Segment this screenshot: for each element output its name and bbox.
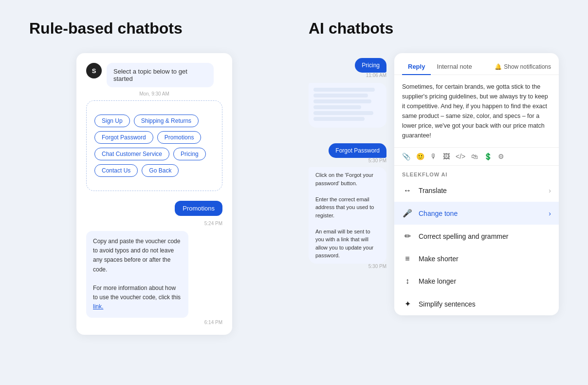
tab-reply[interactable]: Reply — [402, 59, 431, 75]
topic-buttons-section: Sign Up Shipping & Returns Forgot Passwo… — [86, 100, 222, 191]
btn-contact-us[interactable]: Contact Us — [94, 164, 138, 177]
promotions-flow: Promotions 5:24 PM Copy and paste the vo… — [86, 201, 222, 325]
pricing-msg-bubble: Pricing — [355, 58, 386, 73]
greeting-bubble: Select a topic below to get started — [107, 63, 214, 87]
ai-menu-simplify[interactable]: ✦ Simplify sentences — [394, 292, 559, 315]
avatar: S — [86, 63, 102, 78]
bell-icon: 🔔 — [495, 63, 502, 70]
response-link[interactable]: link. — [93, 303, 103, 310]
dollar-icon[interactable]: 💲 — [484, 153, 492, 160]
forgot-msg-bubble: Forgot Password — [329, 143, 386, 158]
make-longer-label: Make longer — [419, 277, 456, 285]
attachment-icon[interactable]: 📎 — [402, 153, 410, 160]
simplify-icon: ✦ — [402, 299, 413, 308]
btn-sign-up[interactable]: Sign Up — [94, 115, 130, 127]
ai-menu-make-shorter[interactable]: ≡ Make shorter — [394, 248, 559, 270]
change-tone-label: Change tone — [419, 210, 458, 217]
agent-response-placeholder — [309, 83, 386, 128]
simplify-label: Simplify sentences — [419, 300, 476, 308]
tab-internal-note[interactable]: Internal note — [431, 59, 478, 75]
forgot-response-time: 5:30 PM — [309, 264, 386, 269]
promo-response-bubble: Copy and paste the voucher code to avoid… — [86, 231, 188, 318]
code-icon[interactable]: </> — [456, 153, 465, 160]
longer-icon: ↕ — [402, 277, 413, 286]
promo-time: 5:24 PM — [204, 221, 222, 226]
left-title: Rule-based chatbots — [29, 19, 183, 38]
bag-icon[interactable]: 🛍 — [471, 153, 478, 160]
correct-spelling-label: Correct spelling and grammer — [419, 232, 508, 240]
edit-icon: ✏ — [402, 231, 413, 241]
translate-chevron: › — [549, 187, 551, 194]
btn-promotions[interactable]: Promotions — [157, 131, 202, 144]
mic-icon[interactable]: 🎙 — [430, 153, 437, 160]
forgot-flow: Forgot Password 5:30 PM Click on the 'Fo… — [309, 143, 386, 269]
ai-section-label: SLEEKFLOW AI — [394, 166, 559, 179]
make-shorter-label: Make shorter — [419, 255, 459, 263]
right-title: AI chatbots — [309, 19, 393, 38]
ai-menu-change-tone[interactable]: 🎤 Change tone › — [394, 202, 559, 225]
response-time: 6:14 PM — [86, 320, 222, 325]
pricing-time: 11:06 AM — [366, 73, 386, 78]
ai-chat-messages: Pricing 11:06 AM Forgot — [309, 53, 386, 315]
forgot-response-bubble: Click on the 'Forgot your password' butt… — [309, 167, 386, 264]
reply-toolbar: 📎 🙂 🎙 🖼 </> 🛍 💲 ⚙ — [394, 148, 559, 166]
emoji-icon[interactable]: 🙂 — [416, 153, 424, 160]
reply-content-area[interactable]: Sometimes, for certain brands, we gotta … — [394, 75, 559, 148]
settings-icon[interactable]: ⚙ — [498, 153, 504, 160]
btn-forgot-password[interactable]: Forgot Password — [94, 131, 153, 144]
forgot-time: 5:30 PM — [368, 158, 386, 163]
btn-pricing[interactable]: Pricing — [173, 148, 206, 160]
button-grid: Sign Up Shipping & Returns Forgot Passwo… — [94, 115, 214, 177]
ai-menu-make-longer[interactable]: ↕ Make longer — [394, 270, 559, 292]
ai-menu-correct-spelling[interactable]: ✏ Correct spelling and grammer — [394, 225, 559, 248]
btn-chat-customer[interactable]: Chat Customer Service — [94, 148, 169, 160]
btn-go-back[interactable]: Go Back — [142, 164, 179, 177]
ai-menu-translate[interactable]: ↔ Translate › — [394, 179, 559, 202]
shorter-icon: ≡ — [402, 254, 413, 263]
rule-based-chat-panel: S Select a topic below to get started Mo… — [76, 53, 232, 335]
ai-panel-wrapper: Pricing 11:06 AM Forgot — [309, 53, 559, 315]
translate-label: Translate — [419, 187, 447, 194]
reply-tabs: Reply Internal note 🔔 Show notifications — [394, 53, 559, 75]
btn-shipping[interactable]: Shipping & Returns — [134, 115, 199, 127]
show-notifications-btn[interactable]: 🔔 Show notifications — [495, 63, 551, 70]
promotions-user-bubble: Promotions — [175, 201, 222, 216]
chat-header: S Select a topic below to get started — [86, 63, 222, 87]
timestamp-1: Mon, 9:30 AM — [86, 91, 222, 96]
mic-tone-icon: 🎤 — [402, 209, 413, 218]
image-icon[interactable]: 🖼 — [443, 153, 450, 160]
change-tone-chevron: › — [549, 210, 551, 217]
ai-main-panel: Reply Internal note 🔔 Show notifications… — [394, 53, 559, 315]
translate-icon: ↔ — [402, 186, 413, 195]
